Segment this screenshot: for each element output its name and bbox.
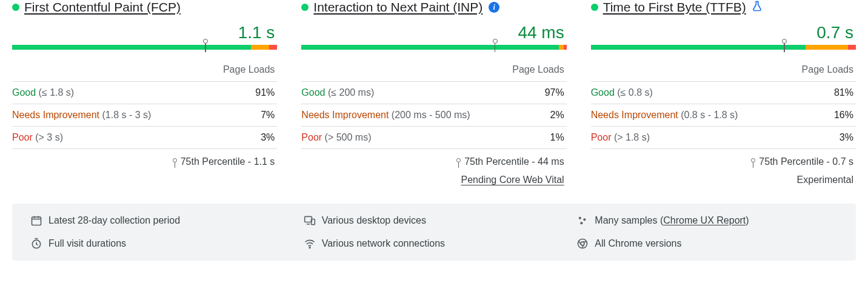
poor-label: Poor (591, 132, 612, 142)
good-pct: 81% (834, 87, 853, 98)
dist-row-poor: Poor (> 500 ms) 1% (301, 127, 566, 149)
dist-row-good: Good (≤ 200 ms) 97% (301, 82, 566, 104)
bar-segment-poor (564, 45, 566, 50)
percentile-marker-icon (782, 39, 787, 52)
metric-title-link[interactable]: First Contentful Paint (FCP) (24, 0, 181, 15)
ni-pct: 16% (834, 110, 853, 121)
status-dot-good (591, 4, 598, 11)
flask-icon[interactable] (751, 0, 763, 15)
footer-durations-text: Full visit durations (48, 238, 126, 249)
footer-samples: Many samples (Chrome UX Report) (576, 215, 838, 227)
dist-row-ni: Needs Improvement (200 ms - 500 ms) 2% (301, 104, 566, 127)
ni-pct: 7% (261, 110, 275, 121)
percentile-marker-icon (203, 39, 208, 52)
good-pct: 91% (255, 87, 275, 98)
ni-label: Needs Improvement (12, 110, 99, 120)
percentile-marker-icon (456, 158, 461, 168)
status-tag[interactable]: Pending Core Web Vital (301, 171, 566, 185)
poor-pct: 3% (261, 132, 275, 143)
bar-segment-needs-improvement (806, 45, 848, 50)
dist-row-poor: Poor (> 1.8 s) 3% (591, 127, 856, 149)
footer-chrome-text: All Chrome versions (595, 238, 681, 249)
ni-label: Needs Improvement (591, 110, 678, 120)
bar-segment-needs-improvement (559, 45, 564, 50)
metric-fcp: First Contentful Paint (FCP) 1.1 s Page … (12, 0, 277, 185)
percentile-marker-icon (751, 158, 755, 168)
metric-value: 1.1 s (12, 23, 277, 42)
metric-value: 0.7 s (591, 23, 856, 42)
footer-period-text: Latest 28-day collection period (48, 215, 180, 226)
status-tag: Experimental (591, 171, 856, 185)
info-icon[interactable]: i (489, 2, 499, 13)
metric-value: 44 ms (301, 23, 566, 42)
metric-inp: Interaction to Next Paint (INP) i 44 ms … (301, 0, 566, 185)
scatter-icon (576, 215, 589, 227)
percentile-row: 75th Percentile - 1.1 s (12, 149, 277, 171)
dist-row-ni: Needs Improvement (0.8 s - 1.8 s) 16% (591, 104, 856, 127)
distribution-bar (301, 45, 566, 50)
footer-samples-text: Many samples (Chrome UX Report) (595, 215, 749, 226)
metric-title-link[interactable]: Interaction to Next Paint (INP) (313, 0, 482, 15)
percentile-marker-icon (173, 158, 177, 168)
status-dot-good (12, 4, 19, 11)
footer-network-text: Various network connections (322, 238, 445, 249)
ni-pct: 2% (550, 110, 564, 121)
bar-segment-poor (269, 45, 277, 50)
page-loads-header: Page Loads (591, 58, 856, 82)
svg-rect-0 (32, 217, 41, 225)
svg-point-4 (584, 218, 586, 221)
footer-chrome: All Chrome versions (576, 238, 838, 250)
svg-rect-1 (304, 216, 312, 222)
page-loads-header: Page Loads (301, 58, 566, 82)
devices-icon (304, 215, 316, 227)
percentile-marker-icon (493, 39, 498, 52)
poor-pct: 1% (550, 132, 564, 143)
dist-row-ni: Needs Improvement (1.8 s - 3 s) 7% (12, 104, 277, 127)
bar-segment-good (12, 45, 251, 50)
clock-icon (30, 238, 42, 250)
footer-devices: Various desktop devices (304, 215, 565, 227)
metric-ttfb: Time to First Byte (TTFB) 0.7 s Page Loa… (591, 0, 856, 185)
poor-pct: 3% (840, 132, 853, 143)
ni-label: Needs Improvement (301, 110, 389, 120)
status-dot-good (301, 4, 309, 11)
dist-row-good: Good (≤ 0.8 s) 81% (591, 82, 856, 104)
page-loads-header: Page Loads (12, 58, 277, 82)
percentile-row: 75th Percentile - 44 ms (301, 149, 566, 171)
poor-label: Poor (12, 132, 33, 142)
bar-segment-poor (848, 45, 856, 50)
svg-point-5 (581, 222, 583, 224)
footer-period: Latest 28-day collection period (30, 215, 292, 227)
footer-devices-text: Various desktop devices (322, 215, 426, 226)
distribution-bar (591, 45, 856, 50)
dist-row-good: Good (≤ 1.8 s) 91% (12, 82, 277, 104)
good-pct: 97% (545, 87, 564, 98)
metric-title-link[interactable]: Time to First Byte (TTFB) (603, 0, 746, 15)
footer-durations: Full visit durations (30, 238, 292, 250)
chrome-ux-report-link[interactable]: Chrome UX Report (663, 215, 746, 225)
chrome-icon (576, 238, 589, 250)
svg-point-3 (579, 217, 581, 219)
footer-summary: Latest 28-day collection period Various … (12, 204, 856, 261)
calendar-icon (30, 215, 42, 227)
svg-point-7 (309, 247, 310, 248)
poor-label: Poor (301, 132, 322, 142)
good-label: Good (591, 87, 615, 98)
bar-segment-needs-improvement (251, 45, 269, 50)
good-label: Good (12, 87, 36, 98)
good-label: Good (301, 87, 325, 98)
wifi-icon (304, 238, 316, 250)
dist-row-poor: Poor (> 3 s) 3% (12, 127, 277, 149)
footer-network: Various network connections (304, 238, 565, 250)
percentile-row: 75th Percentile - 0.7 s (591, 149, 856, 171)
distribution-bar (12, 45, 277, 50)
bar-segment-good (591, 45, 806, 50)
bar-segment-good (301, 45, 558, 50)
